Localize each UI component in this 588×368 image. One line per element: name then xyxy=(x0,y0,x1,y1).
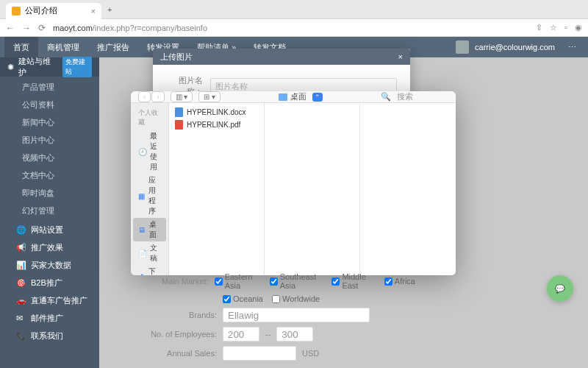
view-group-button[interactable]: ⊞ ▾ xyxy=(198,91,220,102)
bookmark-icon[interactable]: ☆ xyxy=(550,23,557,32)
doc-icon: 📄 xyxy=(138,250,146,258)
company-form: Main Market: Eastern AsiaSoutheast AsiaM… xyxy=(151,272,415,365)
sidebar-item[interactable]: 幻灯管理 xyxy=(0,202,99,219)
sidebar-group[interactable]: 📞联系我们 xyxy=(0,327,99,344)
reload-button[interactable]: ⟳ xyxy=(38,23,46,33)
app-icon: ▦ xyxy=(138,192,145,200)
nav-opportunity[interactable]: 商机管理 xyxy=(38,37,88,57)
path-selector[interactable]: 桌面 ⌃ xyxy=(226,91,375,102)
url-field[interactable]: maoyt.com/index.php?r=company/baseinfo xyxy=(53,24,207,32)
nav-home[interactable]: 首页 xyxy=(4,37,38,57)
sidebar-group[interactable]: 🎯B2B推广 xyxy=(0,274,99,291)
clock-icon: 🕘 xyxy=(138,148,146,156)
browser-tab-bar: 公司介绍 × + xyxy=(0,0,588,19)
sidebar-section: 个人收藏 xyxy=(131,106,168,130)
sidebar-label: B2B推广 xyxy=(31,277,62,289)
tab-favicon xyxy=(12,7,21,15)
checkbox[interactable] xyxy=(270,277,278,286)
file-dialog: ‹ › ▥ ▾ ⊞ ▾ 桌面 ⌃ 🔍 搜索 个人收藏 🕘最近使用▦应用程序🖥桌面… xyxy=(131,91,456,275)
sidebar-group[interactable]: 🚗直通车广告推广 xyxy=(0,291,99,309)
browser-tab[interactable]: 公司介绍 × xyxy=(6,3,101,19)
car-icon: 🚗 xyxy=(16,296,25,305)
item-label: 桌面 xyxy=(149,219,161,240)
sidebar-item[interactable]: 产品管理 xyxy=(0,78,99,96)
sidebar-label: 直通车广告推广 xyxy=(31,295,87,306)
sidebar-group[interactable]: 🌐网站设置 xyxy=(0,221,99,238)
checkbox[interactable] xyxy=(331,277,340,286)
close-icon[interactable]: × xyxy=(398,52,403,61)
extensions-icon[interactable]: ▫ xyxy=(564,23,567,32)
market-checkbox[interactable]: Middle East xyxy=(331,272,375,290)
sidebar-badge: 免费建站 xyxy=(62,57,92,77)
back-button[interactable]: ← xyxy=(6,23,15,33)
employees-from-input[interactable] xyxy=(223,327,259,342)
market-checkbox[interactable]: Southeast Asia xyxy=(270,272,323,290)
market-checkbox[interactable]: Eastern Asia xyxy=(215,272,261,290)
sidebar-item[interactable]: 文档中心 xyxy=(0,166,99,184)
field-label: Annual Sales: xyxy=(151,349,217,358)
forward-button[interactable]: › xyxy=(151,91,164,102)
finder-sidebar-item[interactable]: 🖥桌面 xyxy=(133,218,166,241)
chart-icon: 📊 xyxy=(16,261,25,269)
sidebar-label: 联系我们 xyxy=(31,330,63,342)
view-columns-button[interactable]: ▥ ▾ xyxy=(171,91,193,102)
sidebar-item[interactable]: 新闻中心 xyxy=(0,113,99,131)
sales-input[interactable] xyxy=(223,346,296,361)
share-icon[interactable]: ⇧ xyxy=(536,23,542,32)
search-input[interactable]: 搜索 xyxy=(397,91,448,102)
path-label: 桌面 xyxy=(290,91,306,102)
finder-sidebar-item[interactable]: 📄文稿 xyxy=(131,241,168,265)
back-button[interactable]: ‹ xyxy=(138,91,151,102)
finder-sidebar-item[interactable]: ▦应用程序 xyxy=(131,174,168,218)
chat-icon: 💬 xyxy=(555,284,565,294)
checkbox-label: Eastern Asia xyxy=(225,272,261,290)
field-label: No. of Employees: xyxy=(151,330,217,339)
megaphone-icon: 📢 xyxy=(16,243,25,252)
brands-input[interactable] xyxy=(223,308,370,322)
checkbox[interactable] xyxy=(384,277,392,286)
checkbox[interactable] xyxy=(272,295,280,303)
profile-icon[interactable]: ◉ xyxy=(575,23,582,32)
market-checkbox[interactable]: Oceania xyxy=(223,294,263,303)
modal-title: 上传图片 xyxy=(160,52,193,63)
file-icon xyxy=(175,120,183,130)
search-icon: 🔍 xyxy=(381,92,391,102)
sidebar-label: 买家大数据 xyxy=(31,260,71,271)
file-item[interactable]: HYPERLINK.docx xyxy=(169,106,264,118)
file-item[interactable]: HYPERLINK.pdf xyxy=(169,118,264,131)
more-menu[interactable]: ⋯ xyxy=(561,43,584,52)
finder-sidebar-item[interactable]: 🕘最近使用 xyxy=(131,130,168,174)
employees-to-input[interactable] xyxy=(276,327,313,342)
checkbox-label: Southeast Asia xyxy=(280,272,323,290)
chat-button[interactable]: 💬 xyxy=(547,275,573,302)
sidebar-item[interactable]: 图片中心 xyxy=(0,131,99,149)
file-icon xyxy=(175,107,183,117)
sidebar-item[interactable]: 视频中心 xyxy=(0,149,99,166)
checkbox[interactable] xyxy=(223,295,231,303)
file-column-empty xyxy=(360,103,456,275)
file-toolbar: ‹ › ▥ ▾ ⊞ ▾ 桌面 ⌃ 🔍 搜索 xyxy=(131,91,456,103)
phone-icon: 📞 xyxy=(16,331,25,340)
market-checkbox[interactable]: Africa xyxy=(384,272,415,290)
forward-button[interactable]: → xyxy=(22,23,31,33)
modal-header: 上传图片 × xyxy=(153,49,410,65)
sidebar: ✺ 建站与维护 免费建站 产品管理公司资料新闻中心图片中心视频中心文档中心即时询… xyxy=(0,57,99,368)
file-name: HYPERLINK.pdf xyxy=(187,121,240,129)
user-email[interactable]: carrie@colourwig.com xyxy=(475,43,555,52)
sidebar-group[interactable]: ✉邮件推广 xyxy=(0,309,99,327)
tab-title: 公司介绍 xyxy=(25,5,57,16)
sidebar-group[interactable]: 📢推广效果 xyxy=(0,238,99,256)
sidebar-item[interactable]: 即时询盘 xyxy=(0,184,99,202)
sidebar-item[interactable]: 公司资料 xyxy=(0,96,99,113)
nav-report[interactable]: 推广报告 xyxy=(88,37,138,57)
file-columns: HYPERLINK.docxHYPERLINK.pdf xyxy=(169,103,456,275)
sidebar-header[interactable]: ✺ 建站与维护 免费建站 xyxy=(0,57,99,77)
sidebar-group[interactable]: 📊买家大数据 xyxy=(0,256,99,274)
close-icon[interactable]: × xyxy=(91,7,96,15)
new-tab-button[interactable]: + xyxy=(107,5,112,14)
sidebar-label: 推广效果 xyxy=(31,242,63,253)
market-checkbox[interactable]: Worldwide xyxy=(272,294,320,303)
avatar[interactable] xyxy=(456,40,469,54)
file-column-empty xyxy=(265,103,360,275)
checkbox[interactable] xyxy=(215,277,223,286)
